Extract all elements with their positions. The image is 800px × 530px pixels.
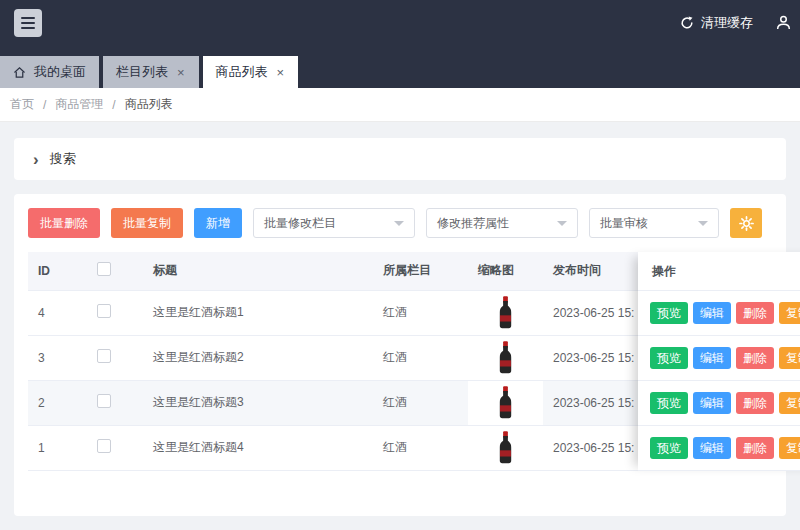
copy-button[interactable]: 复制 [779,302,800,324]
main-content: › 搜索 批量删除 批量复制 新增 批量修改栏目 修改推荐属性 批量审核 [0,138,800,516]
tab-my-desktop[interactable]: 我的桌面 [0,56,99,88]
tab-label: 商品列表 [216,63,268,81]
row-checkbox[interactable] [97,439,111,453]
cell-title[interactable]: 这里是红酒标题2 [143,335,373,380]
row-actions: 预览 编辑 删除 复制 [638,381,800,426]
cell-category: 红酒 [373,425,468,470]
wine-bottle-thumbnail [478,386,533,419]
table-header-row: ID 标题 所属栏目 缩略图 发布时间 [28,252,743,290]
tab-product-list[interactable]: 商品列表 × [203,56,299,88]
cell-category: 红酒 [373,335,468,380]
header-actions: 操作 [638,252,800,291]
row-checkbox[interactable] [97,349,111,363]
breadcrumb-separator: / [112,98,115,112]
select-all-checkbox[interactable] [97,262,111,276]
add-button[interactable]: 新增 [194,208,242,238]
cell-id: 2 [28,380,83,425]
cell-title[interactable]: 这里是红酒标题4 [143,425,373,470]
edit-button[interactable]: 编辑 [693,302,731,324]
delete-button[interactable]: 删除 [736,347,774,369]
cell-category: 红酒 [373,290,468,335]
breadcrumb-separator: / [43,98,46,112]
cell-title[interactable]: 这里是红酒标题3 [143,380,373,425]
chevron-down-icon [557,221,567,226]
sidebar-toggle-icon[interactable] [14,9,42,37]
toolbar: 批量删除 批量复制 新增 批量修改栏目 修改推荐属性 批量审核 [28,208,772,238]
edit-button[interactable]: 编辑 [693,392,731,414]
refresh-icon [680,16,694,30]
clear-cache-label: 清理缓存 [701,14,753,32]
tab-label: 我的桌面 [34,63,86,81]
batch-modify-category-select[interactable]: 批量修改栏目 [253,208,415,238]
select-value: 修改推荐属性 [437,215,509,232]
cell-id: 3 [28,335,83,380]
home-icon [13,66,26,79]
copy-button[interactable]: 复制 [779,437,800,459]
tab-category-list[interactable]: 栏目列表 × [103,56,199,88]
breadcrumb-home[interactable]: 首页 [10,96,34,113]
batch-copy-button[interactable]: 批量复制 [111,208,183,238]
breadcrumb-product-manage[interactable]: 商品管理 [55,96,103,113]
product-table: ID 标题 所属栏目 缩略图 发布时间 4 这里是红酒标题1 红酒 [28,252,743,471]
batch-audit-select[interactable]: 批量审核 [589,208,719,238]
tab-bar: 我的桌面 栏目列表 × 商品列表 × [0,45,800,88]
delete-button[interactable]: 删除 [736,437,774,459]
cell-id: 1 [28,425,83,470]
wine-bottle-thumbnail [478,431,533,464]
close-icon[interactable]: × [176,66,186,79]
copy-button[interactable]: 复制 [779,392,800,414]
tab-label: 栏目列表 [116,63,168,81]
header-title: 标题 [143,252,373,290]
header-category: 所属栏目 [373,252,468,290]
header-thumbnail: 缩略图 [468,252,543,290]
header-id: ID [28,252,83,290]
chevron-down-icon [698,221,708,226]
copy-button[interactable]: 复制 [779,347,800,369]
close-icon[interactable]: × [276,66,286,79]
table-row: 2 这里是红酒标题3 红酒 2023-06-25 15: [28,380,743,425]
breadcrumb: 首页 / 商品管理 / 商品列表 [0,88,800,122]
breadcrumb-current: 商品列表 [125,96,173,113]
edit-button[interactable]: 编辑 [693,347,731,369]
search-collapse-panel[interactable]: › 搜索 [14,138,786,180]
user-profile-button[interactable] [775,14,792,31]
cell-title[interactable]: 这里是红酒标题1 [143,290,373,335]
cell-category: 红酒 [373,380,468,425]
wine-bottle-thumbnail [478,341,533,374]
top-navbar: 清理缓存 [0,0,800,45]
modify-recommend-attr-select[interactable]: 修改推荐属性 [426,208,578,238]
column-settings-button[interactable] [730,208,762,238]
table-row: 1 这里是红酒标题4 红酒 2023-06-25 15: [28,425,743,470]
gear-icon [739,216,754,231]
preview-button[interactable]: 预览 [650,437,688,459]
product-list-card: 批量删除 批量复制 新增 批量修改栏目 修改推荐属性 批量审核 [14,194,786,516]
table-row: 3 这里是红酒标题2 红酒 2023-06-25 15: [28,335,743,380]
select-value: 批量修改栏目 [264,215,336,232]
chevron-down-icon [394,221,404,226]
row-checkbox[interactable] [97,304,111,318]
edit-button[interactable]: 编辑 [693,437,731,459]
search-panel-label: 搜索 [50,150,76,168]
row-actions: 预览 编辑 删除 复制 [638,336,800,381]
select-value: 批量审核 [600,215,648,232]
clear-cache-button[interactable]: 清理缓存 [680,14,753,32]
table-row: 4 这里是红酒标题1 红酒 2023-06-25 15: [28,290,743,335]
fixed-actions-column: 操作 预览 编辑 删除 复制 预览 编辑 删除 复制 预览 编辑 删除 复制 预… [638,252,800,471]
delete-button[interactable]: 删除 [736,302,774,324]
batch-delete-button[interactable]: 批量删除 [28,208,100,238]
row-actions: 预览 编辑 删除 复制 [638,426,800,471]
preview-button[interactable]: 预览 [650,302,688,324]
preview-button[interactable]: 预览 [650,392,688,414]
row-checkbox[interactable] [97,394,111,408]
wine-bottle-thumbnail [478,296,533,329]
delete-button[interactable]: 删除 [736,392,774,414]
chevron-right-icon: › [33,151,39,168]
cell-id: 4 [28,290,83,335]
preview-button[interactable]: 预览 [650,347,688,369]
user-icon [775,14,792,31]
row-actions: 预览 编辑 删除 复制 [638,291,800,336]
